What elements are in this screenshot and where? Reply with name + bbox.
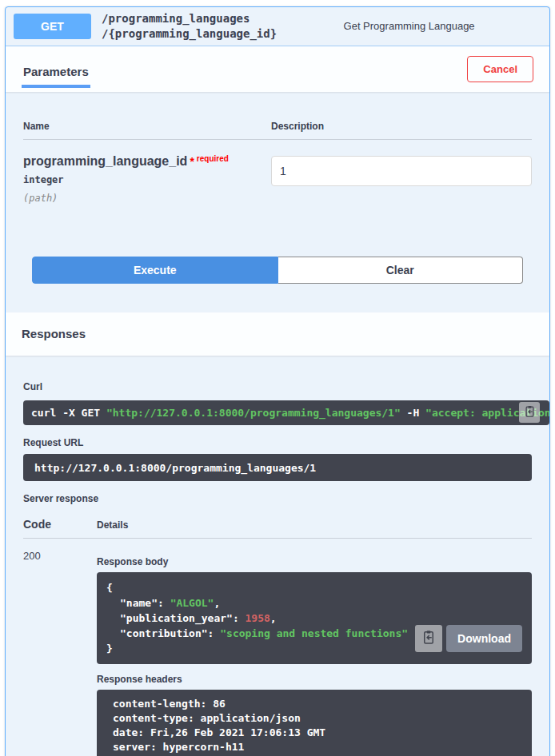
response-header-line: server: hypercorn-h11 bbox=[113, 740, 516, 754]
column-header-details: Details bbox=[97, 519, 128, 531]
curl-command-block: curl -X GET "http://127.0.0.1:8000/progr… bbox=[23, 400, 549, 425]
curl-command: curl -X GET bbox=[31, 407, 106, 419]
status-code: 200 bbox=[23, 548, 97, 756]
cancel-button[interactable]: Cancel bbox=[467, 56, 533, 82]
parameters-table: Name Description programming_language_id… bbox=[6, 92, 549, 204]
http-method-badge[interactable]: GET bbox=[14, 14, 91, 39]
response-body-block: { "name": "ALGOL", "publication_year": 1… bbox=[97, 572, 532, 664]
parameter-name: programming_language_id bbox=[23, 154, 187, 168]
request-url-label: Request URL bbox=[23, 437, 532, 448]
curl-flag: -H bbox=[401, 407, 425, 419]
responses-content: Curl curl -X GET "http://127.0.0.1:8000/… bbox=[6, 381, 549, 756]
response-header-line: date: Fri,26 Feb 2021 17:06:13 GMT bbox=[113, 726, 516, 740]
response-headers-label: Response headers bbox=[97, 674, 532, 685]
responses-title: Responses bbox=[22, 327, 86, 340]
clear-button[interactable]: Clear bbox=[278, 257, 524, 284]
column-header-name: Name bbox=[23, 121, 271, 132]
json-line: "name": "ALGOL", bbox=[106, 595, 522, 611]
response-table-header: Code Details bbox=[23, 518, 532, 531]
response-row: 200 Response body { "name": "ALGOL", "pu… bbox=[23, 539, 532, 756]
parameter-type: integer bbox=[23, 174, 271, 185]
response-body-label: Response body bbox=[97, 556, 532, 567]
required-label: required bbox=[194, 154, 229, 163]
curl-url-string: "http://127.0.0.1:8000/programming_langu… bbox=[106, 407, 401, 419]
curl-label: Curl bbox=[23, 381, 532, 392]
json-line: "publication_year": 1958, bbox=[106, 611, 522, 626]
response-header-line: content-type: application/json bbox=[113, 711, 516, 726]
parameter-value-input[interactable] bbox=[271, 156, 532, 186]
endpoint-summary-row[interactable]: GET /programming_languages /{programming… bbox=[6, 7, 549, 46]
tab-parameters[interactable]: Parameters bbox=[22, 58, 90, 88]
parameter-row: programming_language_id*required integer… bbox=[23, 140, 532, 204]
download-button[interactable]: Download bbox=[446, 625, 522, 652]
required-asterisk: * bbox=[187, 155, 194, 168]
parameters-section-header: Parameters Cancel bbox=[6, 46, 549, 92]
endpoint-path: /programming_languages /{programming_lan… bbox=[91, 11, 277, 42]
endpoint-summary-text: Get Programming Language bbox=[277, 20, 541, 32]
clipboard-icon bbox=[421, 630, 436, 647]
operation-panel-get: GET /programming_languages /{programming… bbox=[5, 6, 550, 756]
copy-curl-button[interactable] bbox=[519, 402, 540, 423]
execute-button-group: Execute Clear bbox=[6, 204, 549, 312]
execute-button[interactable]: Execute bbox=[32, 257, 278, 284]
response-header-line: content-length: 86 bbox=[113, 697, 516, 711]
server-response-label: Server response bbox=[23, 493, 532, 504]
responses-section-header: Responses bbox=[6, 312, 549, 356]
column-header-code: Code bbox=[23, 518, 97, 531]
parameter-location: (path) bbox=[23, 193, 271, 204]
copy-response-button[interactable] bbox=[415, 625, 442, 652]
clipboard-icon bbox=[524, 405, 536, 420]
response-headers-block: content-length: 86 content-type: applica… bbox=[97, 690, 532, 756]
column-header-description: Description bbox=[271, 121, 532, 132]
request-url-block: http://127.0.0.1:8000/programming_langua… bbox=[23, 454, 532, 481]
json-open-brace: { bbox=[106, 580, 522, 595]
